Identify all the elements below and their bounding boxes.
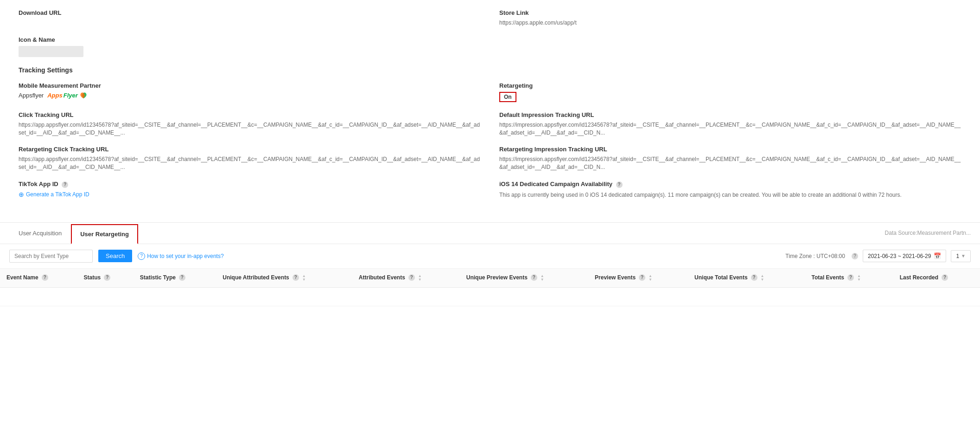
click-tracking-col: Click Tracking URL https://app.appsflyer… [19, 111, 481, 137]
toolbar-right: Time Zone : UTC+08:00 ? 2021-06-23 ~ 202… [785, 250, 971, 262]
empty-cell [588, 287, 688, 306]
sort-icons-attributed[interactable]: ▲▼ [418, 274, 422, 282]
sort-icons-unique-preview[interactable]: ▲▼ [541, 274, 544, 282]
total-events-info-icon: ? [847, 274, 854, 281]
search-input[interactable] [9, 250, 93, 263]
th-statistic-type: Statistic Type ? [134, 269, 216, 288]
unique-preview-info-icon: ? [531, 274, 537, 281]
click-tracking-value: https://app.appsflyer.com/id12345678?af_… [19, 121, 481, 137]
statistic-type-info-icon: ? [179, 274, 185, 281]
empty-cell [460, 287, 588, 306]
table-header-row: Event Name ? Status ? Statistic Type [0, 269, 980, 288]
icon-name-col: Icon & Name [19, 36, 481, 57]
default-impression-col: Default Impression Tracking URL https://… [499, 111, 961, 137]
store-link-col: Store Link https://apps.apple.com/us/app… [499, 9, 961, 27]
settings-section: Download URL Store Link https://apps.app… [0, 0, 980, 223]
table-row [0, 287, 980, 306]
tabs-container: User Acquisition User Retargeting Data S… [0, 223, 980, 244]
table-container: Event Name ? Status ? Statistic Type [0, 269, 980, 306]
events-table: Event Name ? Status ? Statistic Type [0, 269, 980, 306]
help-icon: ? [138, 252, 145, 260]
appsflyer-logo: Apps Flyer [47, 92, 88, 99]
th-status: Status ? [77, 269, 134, 288]
event-name-info-icon: ? [42, 274, 48, 281]
sort-icons-unique-attributed[interactable]: ▲▼ [302, 274, 306, 282]
tracking-settings-title: Tracking Settings [19, 66, 961, 74]
page-container: Download URL Store Link https://apps.app… [0, 0, 980, 439]
icon-name-label: Icon & Name [19, 36, 481, 43]
icon-name-row: Icon & Name [19, 36, 961, 57]
empty-cell [0, 287, 77, 306]
search-button[interactable]: Search [98, 250, 132, 262]
download-url-label: Download URL [19, 9, 481, 16]
tab-user-acquisition[interactable]: User Acquisition [9, 223, 71, 244]
sort-icons-preview[interactable]: ▲▼ [649, 274, 652, 282]
retargeting-click-label: Retargeting Click Tracking URL [19, 146, 481, 153]
store-link-value: https://apps.apple.com/us/app/t [499, 19, 961, 27]
unique-total-info-icon: ? [751, 274, 757, 281]
tabs-section: User Acquisition User Retargeting Data S… [0, 223, 980, 244]
unique-attributed-info-icon: ? [293, 274, 299, 281]
retargeting-click-value: https://app.appsflyer.com/id12345678?af_… [19, 155, 481, 171]
th-total-events: Total Events ? ▲▼ [805, 269, 893, 288]
th-event-name: Event Name ? [0, 269, 77, 288]
af-bird-icon [79, 92, 88, 99]
last-recorded-info-icon: ? [942, 274, 948, 281]
partner-row: Appsflyer Apps Flyer [19, 92, 481, 99]
ios14-label: iOS 14 Dedicated Campaign Availability ? [499, 181, 961, 188]
empty-cell [77, 287, 134, 306]
date-range-picker[interactable]: 2021-06-23 ~ 2021-06-29 📅 [863, 250, 946, 262]
store-link-label: Store Link [499, 9, 961, 16]
timezone-label: Time Zone : UTC+08:00 [785, 253, 845, 259]
retargeting-col: Retargeting On [499, 82, 961, 102]
mmp-col: Mobile Measurement Partner Appsflyer App… [19, 82, 481, 102]
calendar-icon: 📅 [934, 252, 941, 259]
af-logo-text2: Flyer [64, 92, 78, 99]
help-link[interactable]: ? How to set your in-app events? [138, 252, 223, 260]
page-size-selector[interactable]: 1 ▼ [951, 250, 971, 262]
click-tracking-row: Click Tracking URL https://app.appsflyer… [19, 111, 961, 137]
retargeting-tracking-row: Retargeting Click Tracking URL https://a… [19, 146, 961, 171]
chevron-down-icon: ▼ [961, 253, 966, 258]
tiktok-col: TikTok App ID ? Generate a TikTok App ID [19, 181, 481, 199]
attributed-events-info-icon: ? [408, 274, 415, 281]
sort-icons-total[interactable]: ▲▼ [857, 274, 861, 282]
status-info-icon: ? [104, 274, 110, 281]
toolbar: Search ? How to set your in-app events? … [0, 244, 980, 269]
click-tracking-label: Click Tracking URL [19, 111, 481, 118]
retargeting-click-col: Retargeting Click Tracking URL https://a… [19, 146, 481, 171]
preview-events-info-icon: ? [639, 274, 645, 281]
appsflyer-text: Appsflyer [19, 92, 44, 99]
tiktok-ios14-row: TikTok App ID ? Generate a TikTok App ID… [19, 181, 961, 199]
default-impression-value: https://impression.appsflyer.com/id12345… [499, 121, 961, 137]
retargeting-impression-value: https://impression.appsflyer.com/id12345… [499, 155, 961, 171]
retargeting-impression-col: Retargeting Impression Tracking URL http… [499, 146, 961, 171]
tab-user-retargeting[interactable]: User Retargeting [71, 224, 138, 244]
th-unique-preview-events: Unique Preview Events ? ▲▼ [460, 269, 588, 288]
mmp-retargeting-row: Mobile Measurement Partner Appsflyer App… [19, 82, 961, 102]
retargeting-impression-label: Retargeting Impression Tracking URL [499, 146, 961, 153]
empty-cell [352, 287, 460, 306]
th-attributed-events: Attributed Events ? ▲▼ [352, 269, 460, 288]
table-body [0, 287, 980, 306]
empty-cell [805, 287, 893, 306]
th-preview-events: Preview Events ? ▲▼ [588, 269, 688, 288]
download-url-col: Download URL [19, 9, 481, 27]
generate-tiktok-link[interactable]: Generate a TikTok App ID [19, 191, 481, 198]
store-link-empty-col [499, 36, 961, 57]
th-unique-attributed-events: Unique Attributed Events ? ▲▼ [216, 269, 352, 288]
icon-placeholder [19, 46, 83, 57]
download-url-row: Download URL Store Link https://apps.app… [19, 9, 961, 27]
th-unique-total-events: Unique Total Events ? ▲▼ [688, 269, 805, 288]
empty-cell [134, 287, 216, 306]
tiktok-info-icon: ? [62, 181, 68, 188]
af-logo-text: Apps [47, 92, 63, 99]
tiktok-label: TikTok App ID ? [19, 181, 481, 188]
sort-icons-unique-total[interactable]: ▲▼ [761, 274, 764, 282]
retargeting-label: Retargeting [499, 82, 961, 89]
empty-cell [216, 287, 352, 306]
timezone-info-icon: ? [852, 253, 858, 259]
ios14-info-icon: ? [616, 181, 623, 188]
data-source-label: Data Source:Measurement Partn... [885, 230, 971, 236]
mmp-label: Mobile Measurement Partner [19, 82, 481, 89]
